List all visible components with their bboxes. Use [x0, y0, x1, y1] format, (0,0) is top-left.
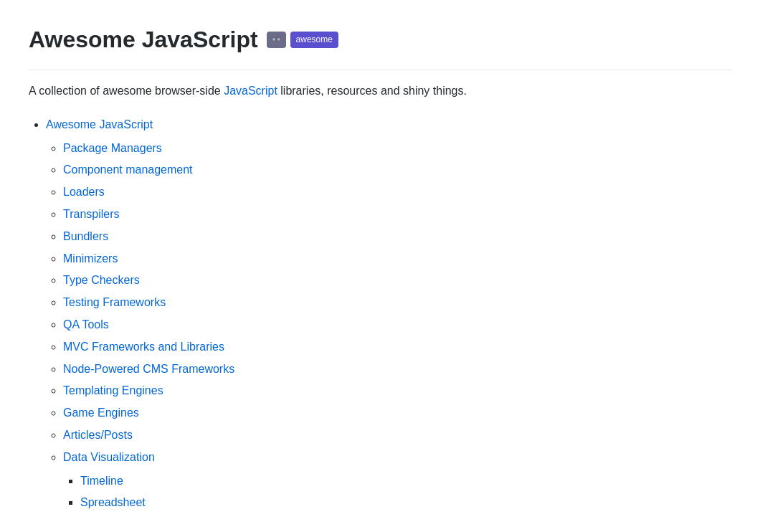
nav-link-awesome-javascript[interactable]: Awesome JavaScript [46, 118, 153, 130]
nav-link-templating-engines[interactable]: Templating Engines [63, 384, 163, 396]
list-item: Package Managers [63, 138, 731, 159]
awesome-badge: awesome [290, 32, 338, 48]
nav-link-node-cms[interactable]: Node-Powered CMS Frameworks [63, 363, 234, 375]
nav-link-transpilers[interactable]: Transpilers [63, 208, 120, 220]
nav-link-minimizers[interactable]: Minimizers [63, 252, 118, 265]
description-link[interactable]: JavaScript [224, 85, 277, 97]
page-header: Awesome JavaScript 👓 awesome [29, 22, 731, 70]
glasses-badge: 👓 [267, 32, 286, 48]
nav-link-package-managers[interactable]: Package Managers [63, 142, 162, 154]
list-item-top: Awesome JavaScript Package Managers Comp… [46, 115, 731, 513]
nav-link-mvc-frameworks[interactable]: MVC Frameworks and Libraries [63, 341, 224, 353]
list-item: Type Checkers [63, 270, 731, 291]
list-item: Spreadsheet [80, 493, 731, 513]
nav-link-data-visualization[interactable]: Data Visualization [63, 451, 155, 463]
top-nav-list: Awesome JavaScript Package Managers Comp… [29, 115, 731, 513]
nav-link-component-management[interactable]: Component management [63, 163, 193, 176]
nav-link-qa-tools[interactable]: QA Tools [63, 318, 109, 331]
description-text-after: libraries, resources and shiny things. [277, 85, 467, 97]
nav-link-loaders[interactable]: Loaders [63, 186, 105, 198]
list-item: Node-Powered CMS Frameworks [63, 359, 731, 380]
list-item: Component management [63, 160, 731, 181]
nav-link-type-checkers[interactable]: Type Checkers [63, 274, 140, 286]
second-level-list: Package Managers Component management Lo… [46, 138, 731, 514]
list-item: QA Tools [63, 315, 731, 336]
list-item: Loaders [63, 182, 731, 203]
nav-link-spreadsheet[interactable]: Spreadsheet [80, 496, 146, 508]
third-level-list: Timeline Spreadsheet [63, 471, 731, 514]
nav-link-game-engines[interactable]: Game Engines [63, 407, 139, 419]
list-item: Bundlers [63, 227, 731, 247]
badge-container: 👓 awesome [267, 32, 338, 48]
nav-link-timeline[interactable]: Timeline [80, 475, 123, 487]
list-item: MVC Frameworks and Libraries [63, 337, 731, 358]
nav-link-testing-frameworks[interactable]: Testing Frameworks [63, 296, 166, 308]
description-text-before: A collection of awesome browser-side [29, 85, 224, 97]
list-item: Timeline [80, 471, 731, 492]
page-title: Awesome JavaScript [29, 22, 258, 58]
nav-link-bundlers[interactable]: Bundlers [63, 230, 108, 242]
list-item: Game Engines [63, 403, 731, 424]
list-item: Articles/Posts [63, 425, 731, 446]
list-item-data-viz: Data Visualization Timeline Spreadsheet [63, 447, 731, 513]
list-item: Transpilers [63, 204, 731, 225]
list-item: Testing Frameworks [63, 293, 731, 313]
list-item: Minimizers [63, 249, 731, 270]
description: A collection of awesome browser-side Jav… [29, 82, 731, 100]
list-item: Templating Engines [63, 381, 731, 402]
nav-link-articles-posts[interactable]: Articles/Posts [63, 429, 133, 441]
